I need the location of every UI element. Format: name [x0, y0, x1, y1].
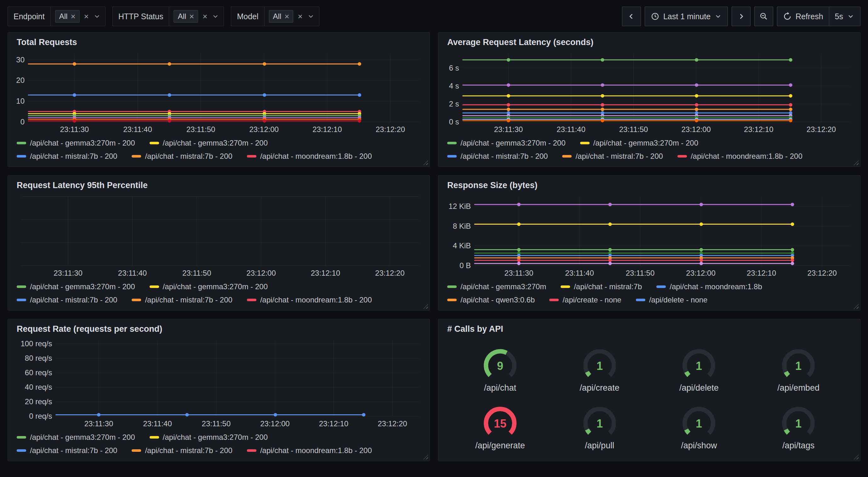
filter-chip-all[interactable]: All ×: [269, 10, 293, 23]
time-shift-back-button[interactable]: [622, 7, 641, 26]
panel-title[interactable]: # Calls by API: [447, 324, 851, 334]
panel-calls-by-api: # Calls by API 9/api/chat1/api/create1/a…: [438, 319, 861, 461]
panel-title[interactable]: Total Requests: [17, 37, 421, 47]
time-series-chart[interactable]: 23:11:3023:11:4023:11:5023:12:0023:12:10…: [444, 193, 855, 278]
gauge-arc: 1: [772, 346, 825, 384]
filter-chip-all[interactable]: All ×: [174, 10, 198, 23]
svg-text:0 req/s: 0 req/s: [29, 412, 52, 420]
refresh-interval-picker[interactable]: 5s: [829, 7, 861, 26]
legend-item[interactable]: /api/chat - gemma3:270m - 200: [447, 139, 566, 147]
legend-item[interactable]: /api/chat - mistral:7b - 200: [132, 446, 232, 455]
legend-item[interactable]: /api/chat - mistral:7b: [561, 282, 642, 291]
legend-item[interactable]: /api/chat - moondream:1.8b - 200: [247, 296, 372, 304]
legend-item[interactable]: /api/chat - mistral:7b - 200: [17, 296, 117, 304]
legend-item[interactable]: /api/chat - moondream:1.8b - 200: [247, 446, 372, 455]
chevron-down-icon[interactable]: [93, 12, 101, 20]
panel-title[interactable]: Request Rate (requests per second): [17, 324, 421, 334]
legend-item[interactable]: /api/chat - moondream:1.8b - 200: [678, 152, 803, 161]
gauge-arc: 1: [672, 346, 726, 384]
legend-item[interactable]: /api/chat - mistral:7b - 200: [447, 152, 548, 161]
legend-label: /api/delete - none: [649, 296, 707, 304]
series-color-swatch: [17, 436, 26, 439]
chevron-down-icon[interactable]: [307, 12, 315, 20]
series-color-swatch: [561, 286, 570, 288]
svg-text:23:11:40: 23:11:40: [557, 125, 586, 133]
refresh-button[interactable]: Refresh: [777, 7, 829, 26]
panel-resize-handle[interactable]: [854, 304, 859, 309]
legend-row: /api/chat - qwen3:0.6b/api/create - none…: [447, 293, 855, 306]
legend-item[interactable]: /api/chat - gemma3:270m - 200: [17, 282, 135, 291]
svg-text:23:12:00: 23:12:00: [260, 419, 289, 428]
chart-legend: /api/chat - gemma3:270m - 200/api/chat -…: [447, 137, 855, 163]
gauge-api-tags: 1/api/tags: [749, 404, 848, 450]
legend-item[interactable]: /api/chat - gemma3:270m - 200: [150, 282, 268, 291]
svg-text:23:12:10: 23:12:10: [312, 125, 342, 133]
legend-item[interactable]: /api/delete - none: [636, 296, 707, 304]
filter-endpoint-value[interactable]: All × ×: [51, 7, 105, 26]
panel-resize-handle[interactable]: [423, 160, 428, 165]
svg-text:23:11:30: 23:11:30: [60, 125, 89, 133]
legend-item[interactable]: /api/chat - gemma3:270m: [447, 282, 546, 291]
legend-item[interactable]: /api/chat - gemma3:270m - 200: [150, 433, 268, 442]
legend-item[interactable]: /api/chat - gemma3:270m - 200: [580, 139, 699, 147]
time-series-chart[interactable]: 23:11:3023:11:4023:11:5023:12:0023:12:10…: [13, 193, 424, 278]
legend-row: /api/chat - gemma3:270m - 200/api/chat -…: [17, 431, 424, 444]
chip-remove-icon[interactable]: ×: [189, 12, 194, 21]
legend-label: /api/chat - mistral:7b - 200: [145, 446, 232, 455]
panel-resize-handle[interactable]: [854, 160, 859, 165]
chip-remove-icon[interactable]: ×: [70, 12, 75, 21]
panel-title[interactable]: Average Request Latency (seconds): [447, 37, 851, 47]
time-shift-forward-button[interactable]: [732, 7, 750, 26]
legend-row: /api/chat - gemma3:270m - 200/api/chat -…: [17, 137, 424, 150]
gauge-label: /api/chat: [484, 383, 516, 393]
filter-model-value[interactable]: All × ×: [264, 7, 319, 26]
chip-remove-icon[interactable]: ×: [284, 12, 289, 21]
filter-chip-all[interactable]: All ×: [55, 10, 80, 23]
legend-item[interactable]: /api/chat - qwen3:0.6b: [447, 296, 535, 304]
svg-text:23:11:40: 23:11:40: [565, 269, 594, 277]
time-range-label: Last 1 minute: [663, 12, 711, 21]
gauge-label: /api/delete: [679, 383, 719, 393]
series-color-swatch: [247, 299, 256, 301]
gauge-value: 1: [696, 417, 702, 430]
filter-clear-icon[interactable]: ×: [84, 12, 89, 21]
svg-text:4 KiB: 4 KiB: [453, 241, 471, 250]
panel-title[interactable]: Response Size (bytes): [447, 181, 851, 190]
svg-text:23:11:50: 23:11:50: [182, 269, 211, 277]
time-series-chart[interactable]: 23:11:3023:11:4023:11:5023:12:0023:12:10…: [13, 50, 424, 135]
legend-item[interactable]: /api/create - none: [549, 296, 621, 304]
legend-item[interactable]: /api/chat - mistral:7b - 200: [17, 446, 117, 455]
filter-clear-icon[interactable]: ×: [203, 12, 207, 21]
legend-item[interactable]: /api/chat - moondream:1.8b: [656, 282, 762, 291]
legend-item[interactable]: /api/chat - moondream:1.8b - 200: [247, 152, 372, 161]
panel-resize-handle[interactable]: [423, 455, 428, 459]
legend-item[interactable]: /api/chat - gemma3:270m - 200: [150, 139, 268, 147]
svg-text:10: 10: [16, 97, 25, 105]
svg-text:23:11:30: 23:11:30: [504, 269, 533, 277]
legend-item[interactable]: /api/chat - mistral:7b - 200: [132, 296, 232, 304]
legend-item[interactable]: /api/chat - mistral:7b - 200: [132, 152, 232, 161]
gauge-value: 1: [696, 359, 702, 372]
zoom-out-button[interactable]: [754, 7, 773, 26]
panel-title[interactable]: Request Latency 95th Percentile: [17, 181, 421, 190]
legend-item[interactable]: /api/chat - gemma3:270m - 200: [17, 433, 135, 442]
chevron-down-icon[interactable]: [212, 12, 219, 20]
series-color-swatch: [656, 286, 666, 288]
legend-item[interactable]: /api/chat - mistral:7b - 200: [17, 152, 117, 161]
legend-item[interactable]: /api/chat - gemma3:270m - 200: [17, 139, 135, 147]
series-color-swatch: [17, 286, 26, 288]
series-color-swatch: [636, 299, 645, 301]
time-series-chart[interactable]: 23:11:3023:11:4023:11:5023:12:0023:12:10…: [444, 50, 855, 135]
panel-resize-handle[interactable]: [854, 455, 859, 459]
panel-resize-handle[interactable]: [423, 304, 428, 309]
legend-item[interactable]: /api/chat - mistral:7b - 200: [562, 152, 663, 161]
series-color-swatch: [549, 299, 559, 301]
gauge-arc: 15: [473, 404, 527, 442]
svg-text:23:11:30: 23:11:30: [494, 125, 523, 133]
refresh-icon: [783, 12, 792, 21]
filter-clear-icon[interactable]: ×: [298, 12, 302, 21]
time-series-chart[interactable]: 23:11:3023:11:4023:11:5023:12:0023:12:10…: [13, 336, 424, 429]
filter-http-status-value[interactable]: All × ×: [169, 7, 224, 26]
legend-label: /api/chat - gemma3:270m: [461, 282, 546, 291]
time-range-picker[interactable]: Last 1 minute: [645, 7, 728, 26]
